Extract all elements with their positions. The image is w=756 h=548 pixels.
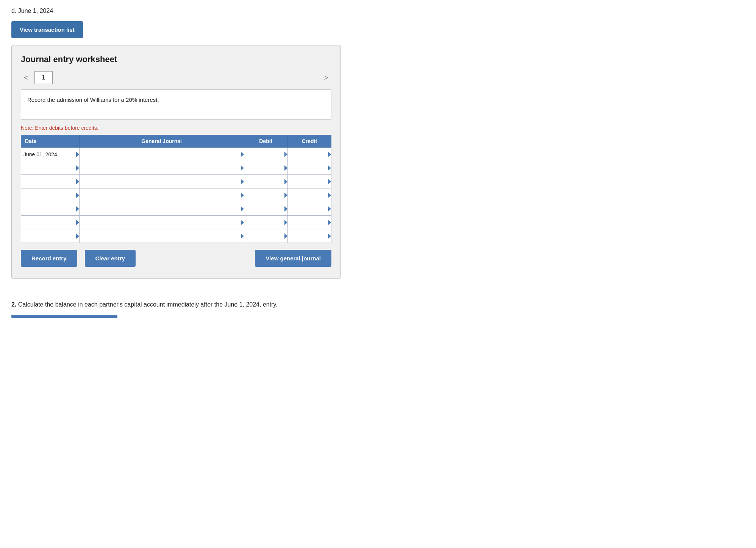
next-arrow-button[interactable]: > xyxy=(321,72,331,84)
section-2-container: 2. Calculate the balance in each partner… xyxy=(11,301,745,308)
nav-row: < > xyxy=(21,71,331,84)
gj-cell-2[interactable] xyxy=(79,175,244,188)
gj-cell-5[interactable] xyxy=(79,216,244,229)
credit-cell-3[interactable] xyxy=(287,188,331,202)
table-row xyxy=(21,188,331,202)
date-triangle-5 xyxy=(76,220,79,225)
table-row xyxy=(21,216,331,229)
clear-entry-button[interactable]: Clear entry xyxy=(85,250,136,267)
col-credit: Credit xyxy=(287,135,331,148)
debit-triangle-1 xyxy=(284,165,287,171)
date-triangle-6 xyxy=(76,234,79,239)
debit-cell-2[interactable] xyxy=(244,175,287,188)
gj-triangle-3 xyxy=(241,193,244,198)
date-triangle-1 xyxy=(76,165,79,171)
debit-cell-4[interactable] xyxy=(244,202,287,216)
view-general-journal-button[interactable]: View general journal xyxy=(255,250,331,267)
note-text: Note: Enter debits before credits. xyxy=(21,125,331,131)
credit-triangle-6 xyxy=(328,234,331,239)
credit-triangle-2 xyxy=(328,179,331,184)
blue-bar-decoration xyxy=(11,315,117,318)
credit-cell-5[interactable] xyxy=(287,216,331,229)
gj-triangle-2 xyxy=(241,179,244,184)
debit-cell-6[interactable] xyxy=(244,229,287,243)
gj-triangle-4 xyxy=(241,206,244,212)
col-debit: Debit xyxy=(244,135,287,148)
gj-cell-3[interactable] xyxy=(79,188,244,202)
credit-triangle-3 xyxy=(328,193,331,198)
page-number-input[interactable] xyxy=(34,71,53,84)
credit-cell-0[interactable] xyxy=(287,148,331,161)
credit-cell-4[interactable] xyxy=(287,202,331,216)
section-2-number: 2. xyxy=(11,301,16,308)
col-general-journal: General Journal xyxy=(79,135,244,148)
debit-triangle-3 xyxy=(284,193,287,198)
debit-triangle-0 xyxy=(284,152,287,157)
debit-cell-5[interactable] xyxy=(244,216,287,229)
instruction-text: Record the admission of Williams for a 2… xyxy=(27,97,159,103)
gj-triangle-6 xyxy=(241,234,244,239)
journal-table: Date General Journal Debit Credit June 0… xyxy=(21,135,331,243)
debit-cell-1[interactable] xyxy=(244,161,287,175)
date-cell-3[interactable] xyxy=(21,188,80,202)
credit-triangle-5 xyxy=(328,220,331,225)
credit-cell-1[interactable] xyxy=(287,161,331,175)
credit-triangle-0 xyxy=(328,152,331,157)
table-row: June 01, 2024 xyxy=(21,148,331,161)
table-row xyxy=(21,175,331,188)
debit-triangle-2 xyxy=(284,179,287,184)
credit-cell-2[interactable] xyxy=(287,175,331,188)
date-cell-6[interactable] xyxy=(21,229,80,243)
gj-triangle-5 xyxy=(241,220,244,225)
credit-triangle-1 xyxy=(328,165,331,171)
gj-cell-4[interactable] xyxy=(79,202,244,216)
gj-cell-1[interactable] xyxy=(79,161,244,175)
table-row xyxy=(21,161,331,175)
debit-cell-0[interactable] xyxy=(244,148,287,161)
date-triangle-3 xyxy=(76,193,79,198)
debit-cell-3[interactable] xyxy=(244,188,287,202)
gj-triangle-1 xyxy=(241,165,244,171)
gj-triangle-0 xyxy=(241,152,244,157)
debit-triangle-6 xyxy=(284,234,287,239)
table-row xyxy=(21,229,331,243)
instruction-box: Record the admission of Williams for a 2… xyxy=(21,89,331,120)
date-cell-5[interactable] xyxy=(21,216,80,229)
date-cell-1[interactable] xyxy=(21,161,80,175)
record-entry-button[interactable]: Record entry xyxy=(21,250,77,267)
bottom-buttons: Record entry Clear entry View general jo… xyxy=(21,250,331,267)
gj-cell-0[interactable] xyxy=(79,148,244,161)
date-triangle-0 xyxy=(76,152,79,157)
worksheet-container: Journal entry worksheet < > Record the a… xyxy=(11,45,341,279)
prev-arrow-button[interactable]: < xyxy=(21,72,31,84)
credit-cell-6[interactable] xyxy=(287,229,331,243)
worksheet-title: Journal entry worksheet xyxy=(21,54,331,64)
debit-triangle-4 xyxy=(284,206,287,212)
section-2-text: Calculate the balance in each partner's … xyxy=(18,301,278,308)
page-label: d. June 1, 2024 xyxy=(11,8,745,14)
view-transaction-button[interactable]: View transaction list xyxy=(11,21,83,38)
date-cell-4[interactable] xyxy=(21,202,80,216)
credit-triangle-4 xyxy=(328,206,331,212)
date-cell-0[interactable]: June 01, 2024 xyxy=(21,148,80,161)
date-triangle-2 xyxy=(76,179,79,184)
table-row xyxy=(21,202,331,216)
date-cell-2[interactable] xyxy=(21,175,80,188)
gj-cell-6[interactable] xyxy=(79,229,244,243)
debit-triangle-5 xyxy=(284,220,287,225)
date-triangle-4 xyxy=(76,206,79,212)
col-date: Date xyxy=(21,135,80,148)
